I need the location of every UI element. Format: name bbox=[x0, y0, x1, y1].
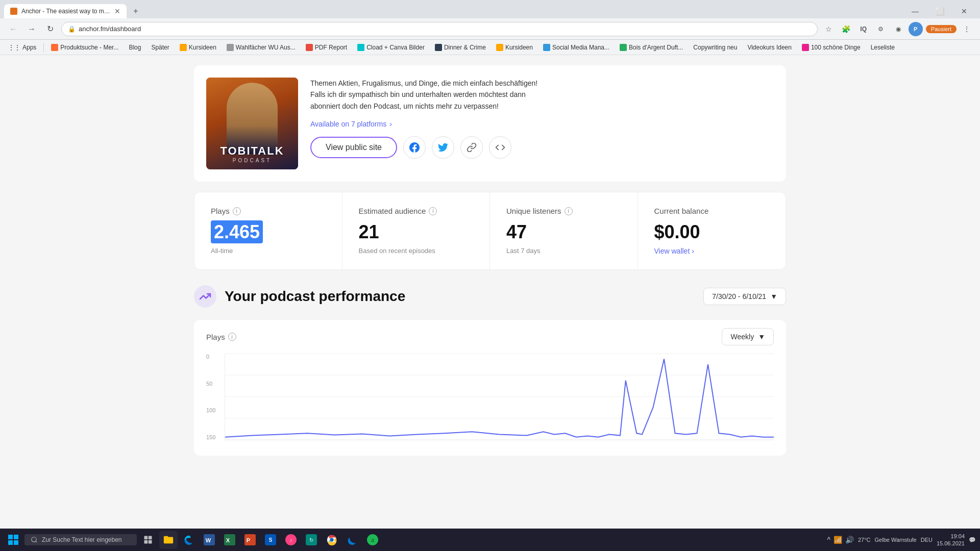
maximize-button[interactable]: ⬜ bbox=[928, 4, 951, 18]
current-balance-label-text: Current balance bbox=[654, 207, 709, 215]
estimated-audience-info-icon[interactable]: i bbox=[429, 207, 437, 215]
plays-info-icon[interactable]: i bbox=[233, 207, 241, 215]
unique-listeners-info-icon[interactable]: i bbox=[565, 207, 573, 215]
bookmark-videokurs[interactable]: Videokurs Ideen bbox=[743, 43, 796, 52]
taskbar-edge[interactable] bbox=[180, 531, 198, 549]
available-platforms-link[interactable]: Available on 7 platforms › bbox=[310, 120, 774, 128]
plays-chart-section: Plays i Weekly ▼ 150 100 50 0 bbox=[194, 320, 786, 456]
minimize-button[interactable]: — bbox=[903, 4, 927, 18]
search-icon bbox=[31, 536, 38, 543]
apps-icon: ⋮⋮ bbox=[8, 44, 20, 51]
taskbar-app-7[interactable]: ♪ bbox=[282, 531, 300, 549]
edge-icon bbox=[183, 534, 194, 545]
address-bar[interactable]: 🔒 anchor.fm/dashboard bbox=[61, 22, 818, 36]
powerpoint-icon: P bbox=[244, 534, 256, 545]
view-public-site-button[interactable]: View public site bbox=[310, 137, 397, 158]
forward-button[interactable]: → bbox=[24, 22, 39, 36]
iq-button[interactable]: IQ bbox=[856, 22, 871, 36]
page-content: TOBITALK PODCAST Themen Aktien, Frugalis… bbox=[0, 65, 980, 461]
plays-chart-label-text: Plays bbox=[206, 333, 225, 341]
podcast-info: Themen Aktien, Frugalismus, und Dinge, d… bbox=[310, 78, 774, 159]
chevron-up-icon[interactable]: ^ bbox=[827, 536, 830, 544]
bookmark-kursideen-1[interactable]: Kursideen bbox=[176, 43, 220, 52]
active-tab[interactable]: Anchor - The easiest way to mai... ✕ bbox=[4, 4, 127, 18]
plays-chart-svg bbox=[225, 354, 774, 440]
link-icon bbox=[467, 142, 477, 153]
bookmark-label-1: Produktsuche - Mer... bbox=[60, 44, 118, 51]
taskbar-excel[interactable]: X bbox=[220, 531, 239, 549]
new-tab-button[interactable]: + bbox=[129, 4, 143, 18]
bookmark-wahlfaecker[interactable]: Wahlfächer WU Aus... bbox=[223, 43, 300, 52]
bookmark-label-6: PDF Report bbox=[315, 44, 347, 51]
podcast-subtitle: PODCAST bbox=[212, 158, 292, 163]
date-range-button[interactable]: 7/30/20 - 6/10/21 ▼ bbox=[703, 288, 786, 305]
reload-button[interactable]: ↻ bbox=[43, 22, 57, 36]
extension-puzzle-button[interactable]: 🧩 bbox=[839, 22, 853, 36]
taskbar-app-8[interactable]: ↻ bbox=[302, 531, 321, 549]
embed-code-button[interactable] bbox=[489, 136, 511, 159]
bookmark-canva[interactable]: Cload + Canva Bilder bbox=[353, 43, 429, 52]
bookmark-blog[interactable]: Blog bbox=[125, 43, 145, 52]
copy-link-button[interactable] bbox=[460, 136, 483, 159]
close-window-button[interactable]: ✕ bbox=[952, 4, 976, 18]
plays-chart-info-icon[interactable]: i bbox=[228, 333, 236, 341]
bookmark-produktsuche[interactable]: Produktsuche - Mer... bbox=[47, 43, 122, 52]
svg-text:W: W bbox=[206, 537, 211, 543]
taskbar-file-explorer[interactable] bbox=[159, 531, 178, 549]
chrome-icon bbox=[326, 534, 337, 545]
bookmark-label-13: Videokurs Ideen bbox=[747, 44, 792, 51]
profile-button[interactable]: P bbox=[909, 22, 923, 36]
taskbar-edge-2[interactable] bbox=[343, 531, 361, 549]
available-platforms-text: Available on 7 platforms bbox=[310, 120, 386, 128]
plays-chart-container: 150 100 50 0 bbox=[194, 354, 786, 456]
plays-chart-label: Plays i bbox=[206, 333, 236, 341]
taskbar-word[interactable]: W bbox=[200, 531, 218, 549]
taskbar-clock[interactable]: 19:04 15.06.2021 bbox=[937, 533, 965, 547]
view-wallet-link[interactable]: View wallet › bbox=[654, 247, 770, 255]
twitter-share-button[interactable] bbox=[432, 136, 454, 159]
bookmark-100-dinge[interactable]: 100 schöne Dinge bbox=[798, 43, 865, 52]
bookmark-pdf-report[interactable]: PDF Report bbox=[302, 43, 351, 52]
bookmark-copywriting[interactable]: Copywriting neu bbox=[689, 43, 741, 52]
menu-button[interactable]: ⋮ bbox=[960, 22, 974, 36]
task-view-icon bbox=[143, 535, 153, 544]
bookmark-favicon-5 bbox=[357, 44, 364, 51]
bookmark-dinner-crime[interactable]: Dinner & Crime bbox=[431, 43, 490, 52]
extension-button-3[interactable]: ◉ bbox=[891, 22, 905, 36]
tab-close-button[interactable]: ✕ bbox=[114, 7, 120, 15]
stats-card: Plays i 2.465 All-time Estimated audienc… bbox=[194, 192, 786, 270]
taskbar-app-6[interactable]: S bbox=[261, 531, 280, 549]
unique-listeners-label-text: Unique listeners bbox=[506, 207, 561, 215]
bookmark-star-button[interactable]: ☆ bbox=[822, 22, 836, 36]
taskbar-search-box[interactable]: Zur Suche Text hier eingeben bbox=[24, 534, 137, 545]
taskbar-app-10[interactable]: ♫ bbox=[363, 531, 382, 549]
bookmark-favicon-3 bbox=[227, 44, 234, 51]
tab-bar: Anchor - The easiest way to mai... ✕ + —… bbox=[0, 0, 980, 18]
plays-stat-sublabel: All-time bbox=[211, 247, 326, 255]
paused-button[interactable]: Pausiert bbox=[926, 25, 957, 33]
code-icon bbox=[495, 142, 505, 153]
task-view-button[interactable] bbox=[139, 531, 157, 549]
bookmark-label-5: Wahlfächer WU Aus... bbox=[236, 44, 296, 51]
bookmark-bois[interactable]: Bois d'Argent Duft... bbox=[616, 43, 687, 52]
taskbar-powerpoint[interactable]: P bbox=[241, 531, 259, 549]
back-button[interactable]: ← bbox=[6, 22, 20, 36]
windows-icon bbox=[8, 535, 18, 545]
estimated-audience-label: Estimated audience i bbox=[359, 207, 474, 215]
taskbar-start-button[interactable] bbox=[4, 531, 22, 549]
bookmark-apps-label: Apps bbox=[22, 44, 36, 51]
extension-button-2[interactable]: ⚙ bbox=[874, 22, 888, 36]
bookmark-leseliste[interactable]: Leseliste bbox=[867, 43, 899, 52]
sound-icon[interactable]: 🔊 bbox=[845, 536, 854, 544]
taskbar-chrome[interactable] bbox=[323, 531, 341, 549]
frequency-dropdown-button[interactable]: Weekly ▼ bbox=[722, 328, 774, 345]
bookmark-spaeter[interactable]: Später bbox=[147, 43, 173, 52]
bookmark-kursideen-2[interactable]: Kursideen bbox=[492, 43, 537, 52]
nav-actions: ☆ 🧩 IQ ⚙ ◉ P Pausiert ⋮ bbox=[822, 22, 974, 36]
bookmark-social-media[interactable]: Social Media Mana... bbox=[539, 43, 614, 52]
taskbar-spotify-icon: ♫ bbox=[367, 534, 378, 545]
frequency-chevron-icon: ▼ bbox=[758, 333, 765, 341]
facebook-share-button[interactable] bbox=[403, 136, 426, 159]
bookmark-apps[interactable]: ⋮⋮ Apps bbox=[4, 43, 40, 52]
notification-icon[interactable]: 💬 bbox=[969, 537, 976, 543]
